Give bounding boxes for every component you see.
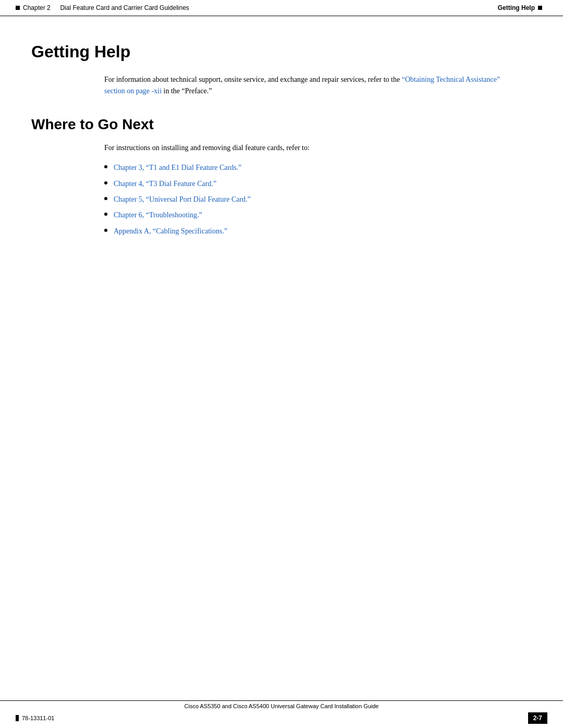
list-item: Chapter 5, “Universal Port Dial Feature … xyxy=(104,194,532,205)
bullet-dot xyxy=(104,229,107,232)
page-footer: Cisco AS5350 and Cisco AS5400 Universal … xyxy=(0,700,563,728)
getting-help-body: For information about technical support,… xyxy=(104,74,500,97)
header-right-label: Getting Help xyxy=(498,4,535,11)
where-to-go-next-title: Where to Go Next xyxy=(31,116,532,133)
header-right: Getting Help xyxy=(498,4,542,11)
header-chapter-title: Dial Feature Card and Carrier Card Guide… xyxy=(60,4,189,11)
bullet-dot xyxy=(104,165,107,168)
getting-help-text-1: For information about technical support,… xyxy=(104,76,400,83)
header-chapter-label: Chapter 2 xyxy=(23,4,51,11)
footer-left-square xyxy=(16,715,19,721)
footer-bottom-row: 78-13311-01 2-7 xyxy=(0,709,563,728)
footer-left: 78-13311-01 xyxy=(16,715,54,721)
header-left-square xyxy=(16,6,20,10)
list-item: Chapter 4, “T3 Dial Feature Card.” xyxy=(104,178,532,190)
getting-help-title: Getting Help xyxy=(31,42,532,61)
chapter-3-link[interactable]: Chapter 3, “T1 and E1 Dial Feature Cards… xyxy=(114,162,241,174)
footer-doc-number: 78-13311-01 xyxy=(22,715,54,721)
list-item: Appendix A, “Cabling Specifications.” xyxy=(104,226,532,237)
header-right-square xyxy=(538,6,542,10)
bullet-dot xyxy=(104,213,107,216)
footer-page-number: 2-7 xyxy=(528,712,547,724)
footer-center: Cisco AS5350 and Cisco AS5400 Universal … xyxy=(0,701,563,709)
chapter-4-link[interactable]: Chapter 4, “T3 Dial Feature Card.” xyxy=(114,178,216,190)
header-separator xyxy=(54,4,57,11)
page-header: Chapter 2 Dial Feature Card and Carrier … xyxy=(0,0,563,16)
appendix-a-link[interactable]: Appendix A, “Cabling Specifications.” xyxy=(114,226,227,237)
header-left: Chapter 2 Dial Feature Card and Carrier … xyxy=(16,4,189,11)
chapter-6-link[interactable]: Chapter 6, “Troubleshooting.” xyxy=(114,209,202,221)
main-content: Getting Help For information about techn… xyxy=(0,16,563,273)
footer-center-text: Cisco AS5350 and Cisco AS5400 Universal … xyxy=(185,703,379,709)
chapter-links-list: Chapter 3, “T1 and E1 Dial Feature Cards… xyxy=(104,162,532,237)
bullet-dot xyxy=(104,181,107,184)
where-to-go-next-intro: For instructions on installing and remov… xyxy=(104,142,500,154)
list-item: Chapter 6, “Troubleshooting.” xyxy=(104,209,532,221)
list-item: Chapter 3, “T1 and E1 Dial Feature Cards… xyxy=(104,162,532,174)
getting-help-text-2: in the “Preface.” xyxy=(164,87,212,95)
chapter-5-link[interactable]: Chapter 5, “Universal Port Dial Feature … xyxy=(114,194,251,205)
bullet-dot xyxy=(104,197,107,200)
